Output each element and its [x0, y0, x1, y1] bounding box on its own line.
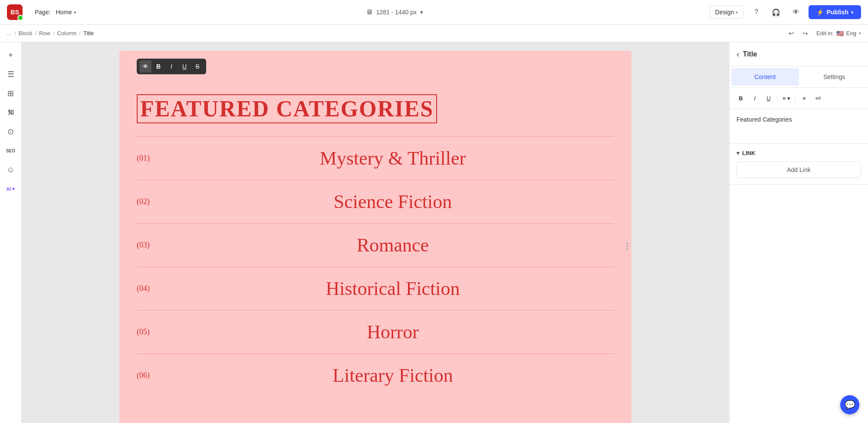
breadcrumb-ellipsis[interactable]: ...	[7, 30, 12, 36]
category-name-4: Historical Fiction	[171, 278, 614, 300]
sidebar-knowledge-icon[interactable]: 知	[3, 105, 19, 120]
category-name-6: Literary Fiction	[171, 364, 614, 387]
sidebar-emoji-icon[interactable]: ☺	[3, 162, 19, 178]
rt-bold-button[interactable]: B	[735, 92, 747, 104]
category-item-6[interactable]: (06) Literary Fiction	[137, 354, 614, 397]
italic-format-button[interactable]: I	[165, 60, 178, 73]
publish-button[interactable]: ⚡ Publish ▾	[809, 5, 861, 19]
flag-icon: 🇺🇸	[836, 30, 844, 37]
language-chevron-icon: ▾	[859, 31, 861, 36]
category-item-2[interactable]: (02) Science Fiction	[137, 180, 614, 223]
breadcrumb-sep-2: /	[35, 30, 36, 36]
rt-align-button[interactable]: ≡ ▾	[780, 92, 792, 104]
breadcrumb-block[interactable]: Block	[18, 30, 32, 36]
breadcrumb-sep-3: /	[53, 30, 55, 36]
chat-bubble-button[interactable]: 💬	[840, 395, 859, 414]
breadcrumb-sep-1: /	[14, 30, 16, 36]
underline-format-button[interactable]: U	[178, 60, 191, 73]
breadcrumb-sep-4: /	[79, 30, 81, 36]
page-selector[interactable]: Page: Home ▾	[31, 7, 79, 17]
design-label: Design	[715, 9, 734, 16]
publish-icon: ⚡	[816, 9, 824, 16]
right-sidebar: ‹ Title Content Settings B I U ≡ ▾ ≡ ≡# …	[729, 42, 868, 423]
category-list: (01) Mystery & Thriller (02) Science Fic…	[137, 136, 614, 397]
undo-button[interactable]: ↩	[785, 27, 797, 40]
tab-settings[interactable]: Settings	[801, 66, 868, 87]
text-content-value: Featured Categories	[736, 116, 792, 123]
drag-handle[interactable]	[626, 242, 628, 250]
sidebar-ai-icon[interactable]: AI✦	[3, 181, 19, 197]
category-name-5: Horror	[171, 321, 614, 343]
breadcrumb-right: ↩ ↪ Edit in: 🇺🇸 Eng ▾	[785, 27, 861, 40]
category-number-1: (01)	[137, 154, 171, 163]
preview-button[interactable]: 👁	[789, 5, 803, 20]
rich-text-toolbar: B I U ≡ ▾ ≡ ≡#	[730, 88, 868, 109]
resolution-value: 1281 - 1440 px	[376, 9, 417, 16]
back-arrow-button[interactable]: ‹	[736, 49, 740, 59]
category-item-5[interactable]: (05) Horror	[137, 310, 614, 354]
canvas-area: 👁 B I U S FEATURED CATEGORIES (01) Myste…	[22, 42, 729, 423]
link-section-label: LINK	[742, 150, 755, 156]
edit-in-label: Edit in:	[816, 30, 834, 36]
sidebar-seo-icon[interactable]: SEO	[3, 143, 19, 159]
link-collapse-icon: ▾	[736, 150, 740, 156]
bold-format-button[interactable]: B	[152, 60, 164, 73]
headphones-button[interactable]: 🎧	[769, 5, 783, 20]
category-number-4: (04)	[137, 284, 171, 293]
sidebar-profile-icon[interactable]: ⊙	[3, 124, 19, 139]
category-name-2: Science Fiction	[171, 191, 614, 213]
strikethrough-format-button[interactable]: S	[191, 60, 204, 73]
category-item-3[interactable]: (03) Romance	[137, 223, 614, 267]
text-toolbar: 👁 B I U S	[137, 59, 206, 74]
content-settings-tabs: Content Settings	[730, 66, 868, 88]
sidebar-add-button[interactable]: +	[3, 47, 19, 63]
sidebar-layers-icon[interactable]: ☰	[3, 66, 19, 82]
top-bar-right: Design ▾ ? 🎧 👁 ⚡ Publish ▾	[710, 5, 861, 20]
rt-divider-1	[777, 94, 778, 102]
category-number-2: (02)	[137, 197, 171, 206]
right-sidebar-header: ‹ Title	[730, 42, 868, 66]
rt-italic-button[interactable]: I	[749, 92, 761, 104]
design-button[interactable]: Design ▾	[710, 6, 744, 19]
text-content-area[interactable]: Featured Categories	[730, 109, 868, 144]
help-button[interactable]: ?	[749, 5, 763, 20]
resolution-chevron-icon[interactable]: ▾	[420, 9, 423, 16]
visibility-toggle-button[interactable]: 👁	[139, 60, 151, 73]
breadcrumb-column[interactable]: Column	[57, 30, 77, 36]
chat-icon: 💬	[845, 400, 855, 410]
tab-content[interactable]: Content	[731, 68, 799, 86]
resolution-text: 1281 - 1440 px	[376, 9, 417, 16]
rt-numbered-list-button[interactable]: ≡#	[812, 92, 824, 104]
add-link-button[interactable]: Add Link	[736, 162, 861, 178]
language-label: Eng	[846, 30, 856, 36]
category-name-3: Romance	[171, 234, 614, 256]
resolution-display: 🖥 1281 - 1440 px ▾	[85, 8, 704, 16]
main-layout: + ☰ ⊞ 知 ⊙ SEO ☺ AI✦ 👁 B I U S FEATURED C…	[0, 42, 868, 423]
featured-heading[interactable]: FEATURED CATEGORIES	[137, 94, 437, 123]
top-bar: BS Page: Home ▾ 🖥 1281 - 1440 px ▾ Desig…	[0, 0, 868, 25]
page-name: Home	[56, 9, 72, 16]
edit-in-selector[interactable]: Edit in: 🇺🇸 Eng ▾	[816, 30, 861, 37]
app-logo[interactable]: BS	[7, 4, 23, 20]
design-chevron-icon: ▾	[736, 10, 738, 15]
publish-chevron-icon: ▾	[851, 10, 853, 15]
canvas-page: 👁 B I U S FEATURED CATEGORIES (01) Myste…	[119, 51, 631, 423]
undo-redo-group: ↩ ↪	[785, 27, 811, 40]
logo-text: BS	[10, 9, 19, 16]
category-number-3: (03)	[137, 241, 171, 250]
breadcrumb-bar: ... / Block / Row / Column / Title ↩ ↪ E…	[0, 25, 868, 42]
category-name-1: Mystery & Thriller	[171, 147, 614, 169]
category-item-4[interactable]: (04) Historical Fiction	[137, 267, 614, 310]
screen-icon: 🖥	[366, 8, 373, 16]
link-section: ▾ LINK Add Link	[730, 144, 868, 185]
page-label: Page:	[35, 9, 51, 16]
rt-underline-button[interactable]: U	[763, 92, 775, 104]
publish-label: Publish	[826, 9, 848, 16]
sidebar-panel-title: Title	[743, 50, 757, 58]
link-section-header[interactable]: ▾ LINK	[736, 150, 861, 156]
breadcrumb-row[interactable]: Row	[39, 30, 50, 36]
category-item-1[interactable]: (01) Mystery & Thriller	[137, 136, 614, 180]
sidebar-components-icon[interactable]: ⊞	[3, 86, 19, 101]
rt-bullet-list-button[interactable]: ≡	[798, 92, 810, 104]
redo-button[interactable]: ↪	[799, 27, 811, 40]
